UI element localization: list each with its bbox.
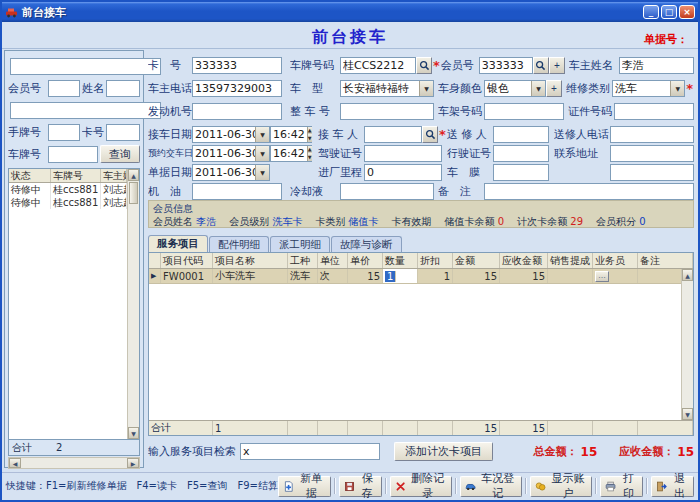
row-owner: 刘志超 [101,196,127,209]
oil-input[interactable] [192,183,282,200]
model-select[interactable]: 长安福特福特 ▼ [340,80,434,97]
due-time-spinner[interactable]: 16:42 ▲▼ [270,145,312,162]
tab-work-assignment[interactable]: 派工明细 [270,236,330,252]
scroll-right-icon[interactable]: ▶ [127,458,139,468]
left-card-no-input[interactable] [106,124,140,141]
left-plate-input[interactable] [48,146,98,163]
owner-name-input[interactable] [619,57,694,74]
titlebar[interactable]: 前台接车 _ □ × [2,2,698,22]
vehicle-row[interactable]: 待修中 桂ccs881 刘志超 [9,196,127,209]
whole-no-input[interactable] [340,103,434,120]
color-add-button[interactable]: + [546,80,562,97]
show-account-button[interactable]: 显示账户 [530,476,592,497]
chevron-down-icon[interactable]: ▼ [670,81,684,96]
exit-button[interactable]: 退出 [651,476,694,497]
maximize-button[interactable]: □ [661,5,677,19]
left-tag-no-input[interactable] [48,124,80,141]
scroll-track[interactable] [682,281,693,408]
tab-fault-diagnosis[interactable]: 故障与诊断 [331,236,402,252]
cell-unit: 次 [318,269,348,283]
delete-record-button[interactable]: 删除记录 [390,476,452,497]
add-count-card-item-button[interactable]: 添加计次卡项目 [394,442,493,461]
chevron-down-icon[interactable]: ▼ [255,127,269,142]
engine-no-input[interactable] [192,103,282,120]
spin-up-icon[interactable]: ▲ [308,146,312,154]
new-document-button[interactable]: 新单据 [278,476,331,497]
tab-parts-detail[interactable]: 配件明细 [209,236,269,252]
scroll-left-icon[interactable]: ◀ [9,458,21,468]
salesman-picker-button[interactable]: … [595,271,609,282]
doc-date-picker[interactable]: 2011-06-30 ▼ [192,164,270,181]
cell-salesman: … [593,269,638,283]
left-name-input[interactable] [106,80,140,97]
close-button[interactable]: × [679,5,695,19]
service-grid-vscrollbar[interactable]: ▲ ▼ [681,269,693,420]
receiver-label: 接 车 人 [318,127,364,142]
cell-qty[interactable]: 1 [383,269,418,283]
col-discount: 折扣 [418,253,453,268]
vehicle-list-header: 状态 车牌号 车主姓名 [9,169,127,183]
receiver-search-button[interactable] [422,126,438,143]
remark-input[interactable] [484,183,694,200]
scroll-down-icon[interactable]: ▼ [682,408,693,420]
doc-date-value: 2011-06-30 [193,166,255,179]
sender-phone-input[interactable] [610,126,694,143]
member-info-values: 会员姓名 李浩 会员级别 洗车卡 卡类别 储值卡 卡有效期 储值卡余额 0 计次… [153,215,689,228]
col-name: 项目名称 [213,253,288,268]
receive-date-picker[interactable]: 2011-06-30 ▼ [192,126,270,143]
plate-no-input[interactable] [340,57,416,74]
left-grid-hscrollbar[interactable]: ◀ ▶ [8,457,140,469]
plate-search-button[interactable] [416,57,432,74]
receive-time-spinner[interactable]: 16:42 ▲▼ [270,126,312,143]
scroll-thumb[interactable] [129,182,138,204]
print-button[interactable]: 打印 [600,476,643,497]
member-no-input[interactable] [479,57,533,74]
save-button[interactable]: 保存 [339,476,382,497]
address-input[interactable] [610,145,694,162]
scroll-up-icon[interactable]: ▲ [128,169,139,181]
repair-type-label: 维修类别 [566,81,612,96]
film-input[interactable] [493,164,549,181]
scroll-track[interactable] [128,205,139,427]
member-add-button[interactable]: + [549,57,565,74]
left-grid-vscrollbar[interactable]: ▲ ▼ [127,169,139,439]
mileage-input[interactable] [364,164,442,181]
left-doc-no-input[interactable] [10,58,161,75]
receiver-input[interactable] [364,126,422,143]
left-member-no-input[interactable] [48,80,80,97]
due-date-picker[interactable]: 2011-06-30 ▼ [192,145,270,162]
col-commission: 销售提成 [548,253,593,268]
vehicle-row[interactable]: 待修中 桂ccs881 刘志超 [9,183,127,196]
spin-up-icon[interactable]: ▲ [308,127,312,135]
minimize-button[interactable]: _ [643,5,659,19]
member-search-button[interactable] [533,57,549,74]
service-search-input[interactable] [240,443,380,460]
left-phone-input[interactable] [10,102,161,119]
service-item-row[interactable]: ▶ FW0001 小车洗车 洗车 次 15 1 1 15 15 … [149,269,693,284]
chevron-down-icon[interactable]: ▼ [531,81,545,96]
sender-input[interactable] [493,126,549,143]
chevron-down-icon[interactable]: ▼ [419,81,433,96]
vin-input[interactable] [484,103,564,120]
scroll-up-icon[interactable]: ▲ [682,269,693,281]
chevron-down-icon[interactable]: ▼ [255,165,269,180]
query-button[interactable]: 查询 [100,145,140,163]
detail-tabs: 服务项目 配件明细 派工明细 故障与诊断 [148,235,402,252]
vehicle-license-input[interactable] [493,145,549,162]
card-no-input[interactable] [192,57,282,74]
scroll-down-icon[interactable]: ▼ [128,427,139,439]
id-no-input[interactable] [614,103,694,120]
chevron-down-icon[interactable]: ▼ [255,146,269,161]
coolant-input[interactable] [340,183,434,200]
owner-phone-input[interactable] [192,80,282,97]
spin-down-icon[interactable]: ▼ [308,134,312,142]
col-unit: 单位 [318,253,348,268]
driver-license-input[interactable] [364,145,442,162]
color-select[interactable]: 银色 ▼ [484,80,546,97]
repair-type-select[interactable]: 洗车 ▼ [612,80,685,97]
spin-down-icon[interactable]: ▼ [308,153,312,161]
extra-input[interactable] [610,164,694,181]
tab-service-items[interactable]: 服务项目 [148,235,208,252]
vehicle-condition-button[interactable]: 车况登记 [460,476,522,497]
scroll-track[interactable] [21,458,127,468]
